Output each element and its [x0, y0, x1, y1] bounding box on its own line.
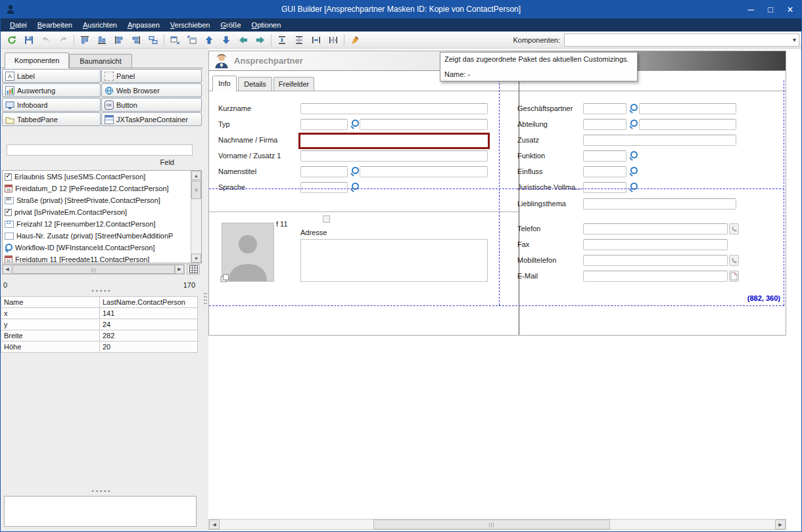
telefon-field[interactable]	[583, 223, 728, 234]
menu-anpassen[interactable]: Anpassen	[122, 19, 165, 31]
palette-web-browser[interactable]: Web Browser	[101, 83, 202, 97]
menu-bearbeiten[interactable]: Bearbeiten	[32, 19, 78, 31]
palette-label[interactable]: A Label	[2, 69, 101, 83]
abteilung-lookup-icon[interactable]	[629, 120, 638, 128]
tab-freifelder[interactable]: Freifelder	[273, 77, 314, 91]
einfluss-field[interactable]	[583, 166, 626, 177]
field-list-item[interactable]: 12Freizahl 12 [Freenumber12.ContactPerso…	[3, 218, 201, 230]
juristische-vollmacht-lookup-icon[interactable]	[629, 183, 638, 191]
kurzname-field[interactable]	[300, 103, 488, 114]
space-horizontal-button[interactable]	[308, 33, 325, 47]
move-down-button[interactable]	[218, 33, 235, 47]
typ-lookup-icon[interactable]	[350, 120, 359, 128]
same-size-button[interactable]	[145, 33, 162, 47]
palette-auswertung[interactable]: Auswertung	[2, 83, 101, 97]
redo-button[interactable]	[55, 33, 72, 47]
menu-datei[interactable]: Datei	[5, 19, 32, 31]
send-to-back-button[interactable]	[183, 33, 200, 47]
close-button[interactable]: ×	[780, 1, 800, 18]
address-checkbox[interactable]	[323, 215, 330, 223]
tab-komponenten[interactable]: Komponenten	[5, 53, 69, 68]
phone-icon[interactable]	[729, 223, 739, 234]
abteilung-field[interactable]	[583, 119, 626, 130]
table-select-button[interactable]	[187, 264, 200, 275]
property-value[interactable]: 282	[100, 330, 198, 342]
scroll-left-icon[interactable]: ◀	[209, 520, 220, 529]
designer-hscrollbar[interactable]: ◀ ||| ▶	[208, 519, 786, 530]
palette-tabbedpane[interactable]: TabbedPane	[2, 112, 101, 126]
typ-text-field[interactable]	[360, 119, 488, 130]
maximize-button[interactable]: □	[761, 1, 780, 18]
scroll-right-icon[interactable]: ▶	[175, 265, 184, 274]
geschaeftspartner-field[interactable]	[583, 103, 626, 114]
field-list-item[interactable]: abStraße (privat) [StreetPrivate.Contact…	[3, 194, 201, 206]
field-list-item[interactable]: Haus-Nr. Zusatz (privat) [StreetNumberAd…	[3, 230, 201, 242]
space-vertical-equal-button[interactable]	[291, 33, 308, 47]
bring-to-front-button[interactable]	[166, 33, 183, 47]
clean-layout-button[interactable]	[346, 33, 364, 47]
field-list-hscrollbar[interactable]: ◀ ||| ▶	[2, 264, 185, 275]
drag-handle[interactable]: •••••	[1, 488, 203, 495]
refresh-button[interactable]	[3, 33, 20, 47]
chevron-down-icon[interactable]: ▾	[793, 36, 796, 43]
lieblingsthema-field[interactable]	[583, 198, 736, 210]
palette-button[interactable]: OK Button	[101, 98, 202, 112]
field-list-item[interactable]: Workflow-ID [WFInstanceId.ContactPerson]	[3, 242, 201, 254]
scroll-right-icon[interactable]: ▶	[775, 520, 786, 529]
field-list-item[interactable]: 31Freidatum 11 [Freedate11.ContactPerson…	[3, 254, 201, 263]
vscroll-thumb[interactable]: ≡	[191, 181, 201, 199]
panel-splitter[interactable]	[203, 49, 208, 532]
menu-groesse[interactable]: Größe	[215, 19, 246, 31]
komponenten-combobox[interactable]: ▾	[564, 33, 799, 47]
abteilung-text-field[interactable]	[639, 119, 736, 130]
namenstitel-lookup-icon[interactable]	[350, 167, 359, 175]
scroll-down-icon[interactable]: ▼	[191, 254, 201, 263]
hscroll-thumb[interactable]: |||	[12, 265, 175, 274]
phone-icon[interactable]	[729, 255, 739, 266]
property-value[interactable]: 20	[100, 342, 198, 353]
juristische-vollmacht-field[interactable]	[583, 182, 626, 193]
field-list-item[interactable]: ✓Erlaubnis SMS [useSMS.ContactPerson]	[3, 171, 201, 183]
adresse-textarea[interactable]	[300, 239, 488, 282]
zusatz-field[interactable]	[583, 135, 736, 146]
funktion-lookup-icon[interactable]	[629, 151, 638, 160]
property-value[interactable]: 141	[100, 308, 198, 319]
geschaeftspartner-lookup-icon[interactable]	[629, 104, 638, 112]
mobiltelefon-field[interactable]	[583, 255, 728, 266]
fax-field[interactable]	[583, 239, 728, 250]
tab-details[interactable]: Details	[238, 77, 272, 91]
move-up-button[interactable]	[200, 33, 218, 47]
sprache-field[interactable]	[300, 182, 348, 193]
property-value[interactable]: 24	[100, 319, 198, 330]
namenstitel-field[interactable]	[300, 166, 348, 177]
vorname-zusatz1-field[interactable]	[300, 150, 488, 162]
menu-optionen[interactable]: Optionen	[247, 19, 287, 31]
align-right-button[interactable]	[128, 33, 145, 47]
space-vertical-button[interactable]	[273, 33, 291, 47]
space-horizontal-equal-button[interactable]	[325, 33, 342, 47]
field-list-item[interactable]: 31Freidatum_D 12 [PeFreedate12.ContactPe…	[3, 183, 201, 194]
menu-verschieben[interactable]: Verschieben	[165, 19, 216, 31]
field-list-vscrollbar[interactable]: ▲ ≡ ▼	[191, 171, 201, 263]
einfluss-lookup-icon[interactable]	[629, 167, 638, 175]
palette-infoboard[interactable]: Infoboard	[2, 98, 101, 112]
form-designer-canvas[interactable]: Ansprechpartner Info Details Freifelder …	[208, 51, 786, 336]
geschaeftspartner-text-field[interactable]	[639, 103, 736, 114]
drag-handle[interactable]: •••••	[1, 288, 203, 294]
move-right-button[interactable]	[252, 33, 269, 47]
funktion-field[interactable]	[583, 150, 626, 162]
align-top-button[interactable]	[76, 33, 93, 47]
typ-field[interactable]	[300, 119, 348, 130]
scroll-left-icon[interactable]: ◀	[3, 265, 12, 274]
sprache-lookup-icon[interactable]	[350, 183, 359, 191]
field-search-input[interactable]	[7, 144, 193, 156]
save-button[interactable]	[20, 33, 37, 47]
align-bottom-button[interactable]	[93, 33, 110, 47]
namenstitel-text-field[interactable]	[360, 166, 488, 177]
undo-button[interactable]	[37, 33, 55, 47]
contact-photo-placeholder[interactable]	[222, 223, 274, 282]
email-field[interactable]	[583, 271, 728, 282]
hscroll-thumb[interactable]: |||	[373, 520, 610, 529]
nachname-firma-field-selected[interactable]	[298, 133, 490, 149]
property-value[interactable]: LastName.ContactPerson	[100, 297, 198, 308]
